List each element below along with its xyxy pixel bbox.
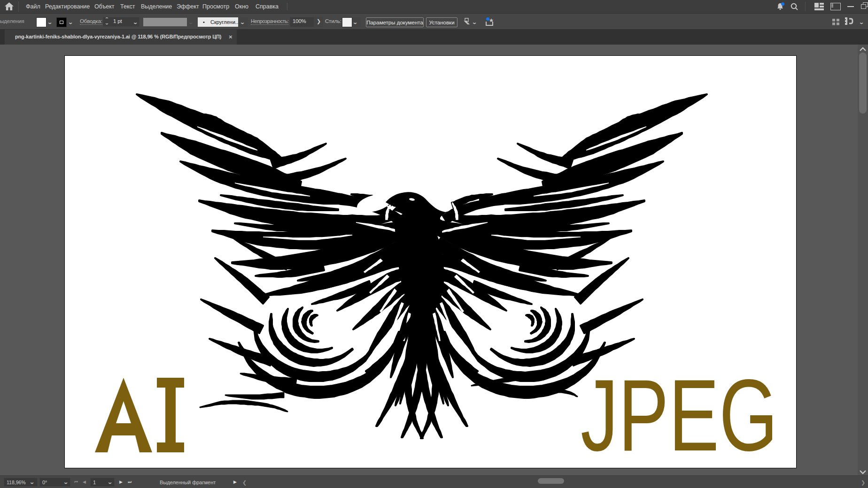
svg-text:JPEG: JPEG	[581, 358, 778, 468]
